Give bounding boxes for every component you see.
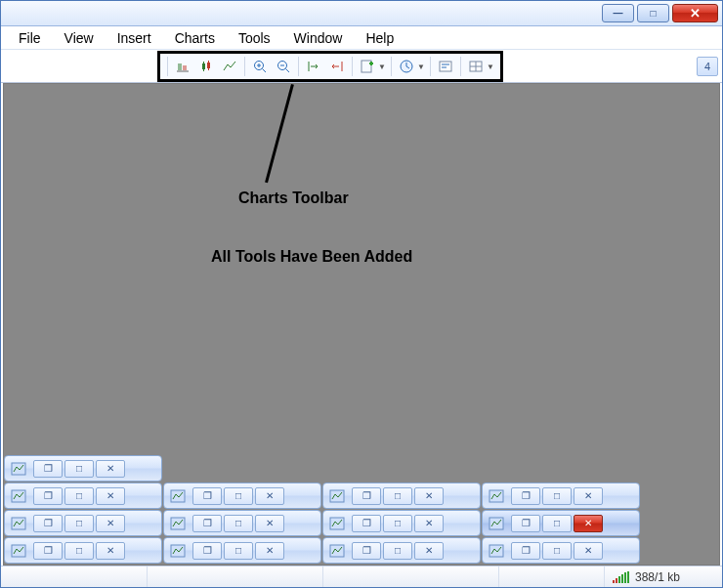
chart-window[interactable]: ❐ □ ✕: [322, 537, 481, 564]
maximize-button[interactable]: □: [383, 487, 412, 505]
maximize-button[interactable]: □: [224, 515, 253, 532]
menu-insert[interactable]: Insert: [106, 27, 163, 49]
restore-button[interactable]: ❐: [33, 515, 63, 532]
restore-button[interactable]: ❐: [352, 487, 381, 505]
chart-window[interactable]: ❐ □ ✕: [322, 483, 481, 509]
restore-button[interactable]: ❐: [352, 515, 381, 532]
chart-icon: [327, 516, 347, 531]
zoom-in-icon[interactable]: [249, 56, 271, 77]
close-button[interactable]: ✕: [255, 542, 284, 560]
toolbar-separator: [352, 57, 353, 76]
menu-file[interactable]: File: [7, 27, 53, 49]
toolbar-separator: [391, 57, 392, 76]
close-button[interactable]: ✕: [96, 542, 125, 560]
chart-window-active[interactable]: ❐ □ ✕: [482, 510, 640, 536]
close-button[interactable]: ✕: [96, 515, 125, 532]
close-button[interactable]: ✕: [255, 515, 284, 532]
dropdown-arrow-icon[interactable]: ▼: [487, 63, 494, 71]
restore-button[interactable]: ❐: [352, 542, 381, 560]
close-button[interactable]: ✕: [414, 542, 444, 560]
restore-button[interactable]: ❐: [33, 542, 63, 560]
minimize-button[interactable]: —: [602, 4, 634, 22]
svg-rect-4: [362, 61, 371, 72]
maximize-button[interactable]: □: [64, 542, 94, 560]
grid-icon[interactable]: [465, 56, 487, 77]
menu-window[interactable]: Window: [282, 27, 355, 49]
chart-window[interactable]: ❐ □ ✕: [4, 537, 162, 564]
close-button[interactable]: ✕: [255, 487, 284, 505]
close-button[interactable]: ✕: [574, 515, 603, 532]
close-button[interactable]: ✕: [574, 487, 603, 505]
close-button[interactable]: ✕: [96, 460, 125, 478]
close-button[interactable]: ✕: [96, 487, 125, 505]
status-help: [1, 567, 148, 587]
chart-icon: [9, 543, 28, 559]
chart-window[interactable]: ❐ □ ✕: [163, 510, 321, 536]
auto-scroll-icon[interactable]: [303, 56, 324, 77]
svg-rect-0: [202, 63, 205, 69]
chart-window[interactable]: ❐ □ ✕: [4, 455, 162, 482]
menu-help[interactable]: Help: [354, 27, 405, 49]
signal-icon: [613, 571, 629, 583]
charts-toolbar: ▼ ▼ ▼: [157, 51, 503, 82]
maximize-button[interactable]: □: [542, 542, 572, 560]
zoom-out-icon[interactable]: [273, 56, 294, 77]
maximize-button[interactable]: □: [637, 4, 669, 22]
chart-icon: [327, 488, 347, 504]
maximize-button[interactable]: □: [64, 460, 94, 478]
close-button[interactable]: ✕: [414, 487, 444, 505]
bar-chart-icon[interactable]: [172, 56, 193, 77]
maximize-button[interactable]: □: [542, 515, 572, 532]
mdi-client-area: Charts Toolbar All Tools Have Been Added…: [3, 83, 720, 566]
chart-window[interactable]: ❐ □ ✕: [4, 483, 162, 509]
chart-window[interactable]: ❐ □ ✕: [322, 510, 481, 536]
menu-view[interactable]: View: [53, 27, 106, 49]
status-traffic: 388/1 kb: [635, 570, 680, 584]
status-connection[interactable]: 388/1 kb: [605, 567, 722, 587]
close-button[interactable]: ✕: [574, 542, 603, 560]
restore-button[interactable]: ❐: [511, 542, 540, 560]
minimized-windows-area: ❐ □ ✕ ❐ □ ✕ ❐ □ ✕: [4, 455, 641, 565]
chart-window[interactable]: ❐ □ ✕: [163, 483, 321, 509]
periodicity-icon[interactable]: [396, 56, 417, 77]
notification-badge[interactable]: 4: [697, 57, 718, 76]
chart-window[interactable]: ❐ □ ✕: [163, 537, 321, 564]
restore-button[interactable]: ❐: [33, 460, 63, 478]
line-chart-icon[interactable]: [219, 56, 240, 77]
restore-button[interactable]: ❐: [192, 487, 222, 505]
restore-button[interactable]: ❐: [511, 515, 540, 532]
chart-shift-icon[interactable]: [326, 56, 348, 77]
restore-button[interactable]: ❐: [192, 515, 222, 532]
candlestick-icon[interactable]: [195, 56, 217, 77]
restore-button[interactable]: ❐: [511, 487, 540, 505]
chart-window[interactable]: ❐ □ ✕: [4, 510, 162, 536]
title-bar: — □ ✕: [1, 1, 722, 26]
app-window: — □ ✕ File View Insert Charts Tools Wind…: [0, 0, 723, 588]
restore-button[interactable]: ❐: [33, 487, 63, 505]
maximize-button[interactable]: □: [64, 515, 94, 532]
dropdown-arrow-icon[interactable]: ▼: [417, 63, 425, 71]
indicators-icon[interactable]: [357, 56, 378, 77]
annotation-all-tools: All Tools Have Been Added: [211, 248, 412, 266]
dropdown-arrow-icon[interactable]: ▼: [378, 63, 386, 71]
chart-icon: [9, 461, 28, 477]
close-button[interactable]: ✕: [414, 515, 444, 532]
chart-window[interactable]: ❐ □ ✕: [482, 537, 640, 564]
toolbar-separator: [460, 57, 461, 76]
maximize-button[interactable]: □: [542, 487, 572, 505]
maximize-button[interactable]: □: [383, 515, 412, 532]
chart-icon: [487, 543, 506, 559]
maximize-button[interactable]: □: [224, 542, 253, 560]
templates-icon[interactable]: [435, 56, 456, 77]
restore-button[interactable]: ❐: [192, 542, 222, 560]
chart-window[interactable]: ❐ □ ✕: [482, 483, 640, 509]
maximize-button[interactable]: □: [64, 487, 94, 505]
menu-tools[interactable]: Tools: [227, 27, 282, 49]
chart-icon: [9, 488, 28, 504]
maximize-button[interactable]: □: [383, 542, 412, 560]
menu-charts[interactable]: Charts: [163, 27, 227, 49]
maximize-button[interactable]: □: [224, 487, 253, 505]
toolbar-strip: ▼ ▼ ▼ 4: [1, 50, 722, 83]
close-button[interactable]: ✕: [672, 4, 718, 22]
status-empty: [499, 567, 605, 587]
